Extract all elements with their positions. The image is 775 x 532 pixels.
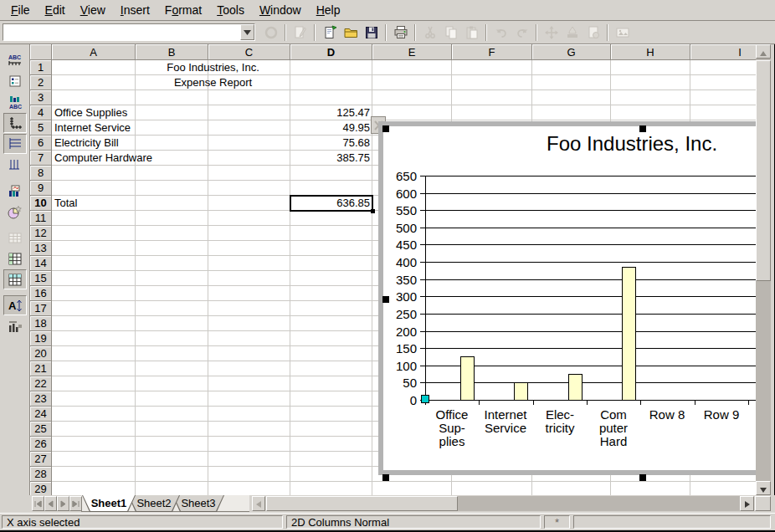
cell-A6[interactable]: Electricity Bill <box>52 136 136 151</box>
scrollbar-corner[interactable] <box>755 496 771 511</box>
data-in-rows-icon[interactable] <box>3 248 27 269</box>
menu-help[interactable]: Help <box>309 1 348 19</box>
axes-icon[interactable] <box>3 113 27 133</box>
bar-office-supplies[interactable] <box>460 356 475 401</box>
name-box-dropdown-button[interactable] <box>240 24 254 40</box>
bar-electricity[interactable] <box>568 374 583 401</box>
row-header-2[interactable]: 2 <box>30 75 52 90</box>
embedded-chart[interactable]: Foo Industries, Inc.05010015020025030035… <box>378 121 756 475</box>
vertical-scroll-thumb[interactable] <box>756 60 771 281</box>
y-axis-label[interactable]: 500 <box>383 221 417 235</box>
cell-A7[interactable]: Computer Hardware <box>52 151 136 166</box>
fill-handle[interactable] <box>371 209 375 213</box>
row-header-27[interactable]: 27 <box>30 452 52 467</box>
chart-legend-icon[interactable] <box>3 71 27 91</box>
row-header-18[interactable]: 18 <box>30 316 52 331</box>
horizontal-grid-icon[interactable] <box>3 134 27 154</box>
autoformat-icon[interactable] <box>3 202 27 222</box>
resize-handle-bottom-left[interactable] <box>382 474 389 481</box>
open-folder-icon[interactable] <box>340 23 361 43</box>
resize-handle-bottom-middle[interactable] <box>639 474 646 481</box>
cell-D4[interactable]: 125.47 <box>290 105 372 120</box>
row-header-25[interactable]: 25 <box>30 422 52 437</box>
cell-D7[interactable]: 385.75 <box>290 151 372 166</box>
x-axis-label[interactable]: InternetService <box>480 408 531 435</box>
cell-B2[interactable]: Expense Report <box>136 75 290 90</box>
scroll-up-button[interactable] <box>756 44 771 59</box>
reorganize-chart-icon[interactable] <box>3 316 27 336</box>
row-header-19[interactable]: 19 <box>30 331 52 346</box>
x-axis-label[interactable]: ComputerHard <box>588 408 639 448</box>
name-box-input[interactable] <box>3 24 240 40</box>
row-header-23[interactable]: 23 <box>30 391 52 407</box>
resize-handle-top-left[interactable] <box>382 125 389 132</box>
column-header-B[interactable]: B <box>136 44 208 60</box>
row-header-12[interactable]: 12 <box>30 226 52 241</box>
cell-A4[interactable]: Office Supplies <box>52 105 136 120</box>
row-header-8[interactable]: 8 <box>30 166 52 181</box>
new-document-icon[interactable] <box>319 23 340 43</box>
axes-title-icon[interactable]: ABC <box>3 92 27 112</box>
row-header-14[interactable]: 14 <box>30 256 52 271</box>
menu-view[interactable]: View <box>73 1 113 19</box>
y-axis-label[interactable]: 0 <box>383 393 417 407</box>
x-axis-label[interactable]: Row 9 <box>695 408 747 422</box>
y-axis-label[interactable]: 50 <box>383 376 417 390</box>
resize-handle-top-middle[interactable] <box>639 125 646 132</box>
row-header-17[interactable]: 17 <box>30 301 52 316</box>
row-header-6[interactable]: 6 <box>30 136 52 151</box>
row-header-4[interactable]: 4 <box>30 105 52 120</box>
last-sheet-button[interactable] <box>69 496 82 511</box>
x-axis-label[interactable]: OfficeSup-plies <box>426 408 478 448</box>
y-axis-label[interactable]: 650 <box>383 169 417 183</box>
print-icon[interactable] <box>390 23 411 43</box>
column-header-C[interactable]: C <box>208 44 290 60</box>
data-in-columns-icon[interactable] <box>3 269 27 289</box>
y-axis-label[interactable]: 600 <box>383 187 417 201</box>
y-axis-label[interactable]: 100 <box>383 359 417 373</box>
cell-D5[interactable]: 49.95 <box>290 120 372 136</box>
row-header-21[interactable]: 21 <box>30 361 52 376</box>
menu-format[interactable]: Format <box>157 1 209 19</box>
menu-tools[interactable]: Tools <box>209 1 252 19</box>
row-header-29[interactable]: 29 <box>30 482 52 495</box>
y-axis-label[interactable]: 150 <box>383 341 417 356</box>
save-icon[interactable] <box>361 23 382 43</box>
previous-sheet-button[interactable] <box>44 496 57 511</box>
row-header-3[interactable]: 3 <box>30 90 52 105</box>
hscroll-left-button[interactable] <box>252 496 265 511</box>
menu-edit[interactable]: Edit <box>38 1 73 19</box>
hscroll-right-button[interactable] <box>740 496 754 511</box>
cell-B1[interactable]: Foo Industries, Inc. <box>136 60 290 75</box>
column-header-E[interactable]: E <box>372 44 452 60</box>
row-header-13[interactable]: 13 <box>30 241 52 256</box>
next-sheet-button[interactable] <box>57 496 69 511</box>
row-header-16[interactable]: 16 <box>30 286 52 301</box>
x-axis[interactable] <box>425 400 756 401</box>
y-axis-label[interactable]: 400 <box>383 255 417 269</box>
vertical-scrollbar[interactable] <box>756 44 771 495</box>
y-axis-label[interactable]: 350 <box>383 273 417 287</box>
row-header-5[interactable]: 5 <box>30 120 52 136</box>
row-header-22[interactable]: 22 <box>30 376 52 391</box>
column-header-I[interactable]: I <box>690 44 756 60</box>
row-header-1[interactable]: 1 <box>30 60 52 75</box>
scroll-down-button[interactable] <box>756 481 771 495</box>
y-axis-label[interactable]: 200 <box>383 325 417 339</box>
column-header-A[interactable]: A <box>52 44 136 60</box>
column-header-D[interactable]: D <box>290 44 372 60</box>
row-header-28[interactable]: 28 <box>30 467 52 482</box>
row-header-9[interactable]: 9 <box>30 181 52 196</box>
chart-title[interactable]: Foo Industries, Inc. <box>547 132 717 156</box>
first-sheet-button[interactable] <box>32 496 44 511</box>
row-header-7[interactable]: 7 <box>30 151 52 166</box>
column-header-H[interactable]: H <box>611 44 690 60</box>
cell-A5[interactable]: Internet Service <box>52 120 136 136</box>
scale-text-icon[interactable]: A <box>3 295 27 315</box>
chart-type-icon[interactable] <box>3 181 27 201</box>
row-header-15[interactable]: 15 <box>30 271 52 286</box>
y-axis-label[interactable]: 550 <box>383 203 417 217</box>
horizontal-scroll-thumb[interactable] <box>266 496 458 511</box>
menu-window[interactable]: Window <box>252 1 309 19</box>
bar-internet-service[interactable] <box>514 382 528 401</box>
